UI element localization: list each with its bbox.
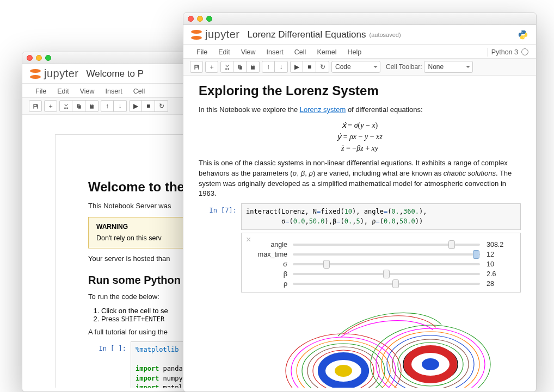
- jupyter-icon: [191, 29, 202, 40]
- cell-prompt: In [ ]:: [88, 341, 131, 388]
- zoom-icon[interactable]: [206, 16, 212, 22]
- menu-edit[interactable]: Edit: [52, 85, 75, 97]
- notebook-body: Exploring the Lorenz System In this Note…: [183, 76, 536, 388]
- slider-angle: angle 308.2: [251, 241, 510, 248]
- menubar: File Edit View Insert Cell Kernel Help P…: [183, 45, 536, 59]
- menu-file[interactable]: File: [191, 46, 213, 58]
- menu-file[interactable]: File: [30, 85, 52, 97]
- stop-button[interactable]: ■: [142, 100, 155, 112]
- window-lorenz: jupyter Lorenz Differential Equations (a…: [183, 13, 537, 392]
- cell-prompt: In [7]:: [199, 203, 241, 230]
- menu-cell[interactable]: Cell: [128, 85, 151, 97]
- run-button[interactable]: ▶: [129, 100, 142, 112]
- lorenz-plot: [241, 293, 521, 388]
- save-button[interactable]: [190, 61, 203, 73]
- paste-button[interactable]: [85, 100, 99, 112]
- restart-button[interactable]: ↻: [155, 100, 168, 112]
- svg-point-0: [286, 334, 401, 388]
- document-title[interactable]: Lorenz Differential Equations: [248, 29, 366, 40]
- jupyter-wordmark: jupyter: [44, 67, 79, 80]
- menu-help[interactable]: Help: [342, 46, 367, 58]
- page-title: Exploring the Lorenz System: [199, 83, 521, 98]
- slider-track[interactable]: [293, 263, 480, 265]
- document-title[interactable]: Welcome to P: [87, 69, 144, 79]
- intro-paragraph: In this Notebook we explore the Lorenz s…: [199, 105, 521, 115]
- save-button[interactable]: [29, 100, 42, 112]
- move-down-button[interactable]: ↓: [275, 61, 288, 73]
- code-cell[interactable]: In [7]: interact(Lorenz, N=fixed(10), an…: [199, 203, 521, 230]
- svg-point-17: [422, 358, 439, 370]
- widget-area: × angle 308.2 max_time 12 σ 10 β: [241, 233, 521, 293]
- move-up-button[interactable]: ↑: [101, 100, 114, 112]
- slider-rho: ρ 28: [251, 280, 510, 288]
- move-down-button[interactable]: ↓: [114, 100, 127, 112]
- menu-kernel[interactable]: Kernel: [311, 46, 342, 58]
- slider-max-time: max_time 12: [251, 251, 510, 258]
- stop-button[interactable]: ■: [303, 61, 316, 73]
- menu-insert[interactable]: Insert: [261, 46, 289, 58]
- slider-track[interactable]: [293, 244, 480, 246]
- cut-button[interactable]: [59, 100, 72, 112]
- svg-point-8: [335, 365, 352, 377]
- add-cell-button[interactable]: ＋: [44, 100, 57, 112]
- cell-body[interactable]: interact(Lorenz, N=fixed(10), angle=(0.,…: [241, 203, 521, 230]
- slider-sigma: σ 10: [251, 260, 510, 268]
- minimize-icon[interactable]: [36, 55, 42, 61]
- slider-track[interactable]: [293, 273, 480, 275]
- jupyter-wordmark: jupyter: [205, 28, 240, 41]
- menu-edit[interactable]: Edit: [213, 46, 236, 58]
- menu-view[interactable]: View: [75, 85, 100, 97]
- close-widgets-icon[interactable]: ×: [246, 235, 251, 244]
- close-icon[interactable]: [27, 55, 33, 61]
- kernel-name: Python 3: [491, 48, 518, 56]
- celltoolbar-label: Cell Toolbar:: [386, 63, 422, 71]
- paste-button[interactable]: [247, 61, 260, 73]
- move-up-button[interactable]: ↑: [262, 61, 275, 73]
- slider-track[interactable]: [293, 253, 480, 256]
- notebook-header: jupyter Lorenz Differential Equations (a…: [183, 25, 536, 45]
- lorenz-link[interactable]: Lorenz system: [300, 105, 346, 114]
- cut-button[interactable]: [220, 61, 233, 73]
- copy-button[interactable]: [233, 61, 247, 73]
- celltoolbar-select[interactable]: None: [424, 61, 473, 73]
- python-icon: [518, 29, 528, 40]
- menu-cell[interactable]: Cell: [289, 46, 312, 58]
- slider-beta: β 2.6: [251, 270, 510, 278]
- svg-point-1: [291, 337, 396, 388]
- jupyter-icon: [30, 69, 41, 79]
- minimize-icon[interactable]: [197, 16, 203, 22]
- copy-button[interactable]: [72, 100, 85, 112]
- menu-view[interactable]: View: [236, 46, 261, 58]
- toolbar: ＋ ↑ ↓ ▶ ■ ↻ Code Cell Toolbar: None: [183, 59, 536, 76]
- description-paragraph: This is one of the classic systems in no…: [199, 158, 521, 199]
- warning-body: Don't rely on this serv: [96, 234, 162, 242]
- jupyter-logo: jupyter: [30, 67, 79, 80]
- close-icon[interactable]: [188, 16, 194, 22]
- kernel-idle-icon: [521, 48, 528, 55]
- restart-button[interactable]: ↻: [316, 61, 329, 73]
- zoom-icon[interactable]: [45, 55, 51, 61]
- slider-track[interactable]: [293, 283, 480, 285]
- jupyter-logo: jupyter: [191, 28, 240, 41]
- run-button[interactable]: ▶: [290, 61, 303, 73]
- autosaved-label: (autosaved): [370, 32, 401, 38]
- equations: ẋ = σ(y − x) ẏ = ρx − y − xz ż = −βz + x…: [199, 120, 521, 154]
- titlebar: [183, 13, 536, 25]
- add-cell-button[interactable]: ＋: [205, 61, 218, 73]
- menu-insert[interactable]: Insert: [100, 85, 128, 97]
- celltype-select[interactable]: Code: [331, 61, 380, 73]
